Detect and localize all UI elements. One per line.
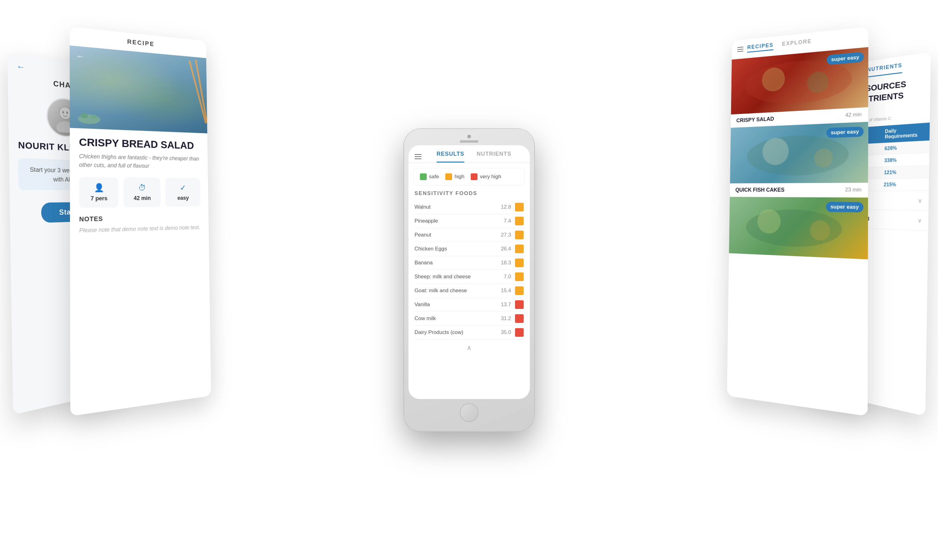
persons-icon: 👤 xyxy=(94,183,104,193)
food-value: 31.2 xyxy=(496,315,511,322)
food-bar xyxy=(515,258,524,267)
food-row-banana: Banana 18.3 xyxy=(415,256,524,270)
food-bar xyxy=(515,328,524,337)
food-row-peanut: Peanut 27.3 xyxy=(415,228,524,242)
recipe-description: Chicken thighs are fantastic - they're c… xyxy=(79,152,200,171)
tab-explore[interactable]: EXPLORE xyxy=(782,38,812,49)
food-name: Chicken Eggs xyxy=(415,246,496,252)
food-name: Dairy Products (cow) xyxy=(415,329,496,335)
food-row-cowmilk: Cow milk 31.2 xyxy=(415,312,524,326)
recipe-badge-2: super easy xyxy=(827,127,864,138)
food-value: 12.8 xyxy=(496,204,511,210)
food-name: Banana xyxy=(415,260,496,266)
sensitivity-title: SENSITIVITY FOODS xyxy=(415,191,524,197)
food-bar xyxy=(515,314,524,323)
food-bar xyxy=(515,217,524,225)
food-row-vanilla: Vanilla 13.7 xyxy=(415,298,524,312)
recipe-name-1: CRISPY SALAD xyxy=(736,116,774,124)
legend: safe high very high xyxy=(413,168,525,185)
recipe-back-button[interactable]: ← xyxy=(76,51,85,62)
center-phone: RESULTS NUTRIENTS safe high xyxy=(404,129,534,431)
persons-value: 7 pers xyxy=(91,195,108,202)
tab-recipes[interactable]: RECIPES xyxy=(747,42,773,52)
food-bar xyxy=(515,286,524,295)
food-name: Vanilla xyxy=(415,302,496,308)
high-label: high xyxy=(454,174,465,180)
food-value: 27.3 xyxy=(496,232,511,238)
phone-notch xyxy=(408,135,530,143)
recipe-stat-persons: 👤 7 pers xyxy=(79,177,119,208)
pct-blackcurrant: 338% xyxy=(884,156,925,163)
food-row-sheep: Sheep: milk and cheese 7.0 xyxy=(415,270,524,284)
food-bar xyxy=(515,272,524,281)
high-dot xyxy=(445,173,452,180)
chat-back-button[interactable]: ← xyxy=(8,53,34,73)
food-name: Goat: milk and cheese xyxy=(415,288,496,294)
explore-recipe-1[interactable]: super easy CRISPY SALAD 42 min xyxy=(731,47,868,128)
safe-dot xyxy=(420,173,427,180)
recipe-card: RECIPE ← CRISPY BREAD SALAD Chicken thig… xyxy=(70,27,211,416)
food-value: 35.0 xyxy=(496,329,511,335)
pct-kiwi: 215% xyxy=(884,182,924,187)
recipe-time-2: 23 min xyxy=(845,187,861,194)
notes-label: NOTES xyxy=(79,214,201,223)
phone-speaker xyxy=(460,140,479,143)
screen-header: RESULTS NUTRIENTS xyxy=(408,145,530,163)
recipe-stat-time: ⏱ 42 min xyxy=(123,177,161,208)
safe-label: safe xyxy=(429,174,439,180)
food-value: 18.3 xyxy=(496,260,511,266)
recipe-time-1: 42 min xyxy=(846,111,862,119)
scene: ← CHAT NOURIT KLEPAR, RD Start your 3 we… xyxy=(0,0,938,560)
pct-redpepper: 121% xyxy=(884,169,925,175)
tab-results[interactable]: RESULTS xyxy=(437,151,465,163)
svg-point-11 xyxy=(747,134,849,176)
explore-body: super easy CRISPY SALAD 42 min xyxy=(727,47,868,416)
col-daily: Daily Requirements xyxy=(885,126,925,140)
food-name: Pineapple xyxy=(415,218,496,224)
tab-nutrients[interactable]: NUTRIENTS xyxy=(477,151,511,163)
phone-camera xyxy=(467,135,471,138)
pct-guava: 628% xyxy=(884,144,925,151)
time-icon: ⏱ xyxy=(138,183,146,192)
very-high-label: very high xyxy=(480,174,501,180)
recipe-image-3: super easy xyxy=(729,197,868,259)
food-value: 7.0 xyxy=(496,274,511,280)
explore-card: RECIPES EXPLORE super easy xyxy=(727,27,868,416)
very-high-dot xyxy=(471,173,477,180)
vitamin-a-chevron[interactable]: ∨ xyxy=(918,197,922,204)
time-value: 42 min xyxy=(134,195,151,202)
legend-safe: safe xyxy=(420,173,439,180)
sensitivity-section: SENSITIVITY FOODS Walnut 12.8 Pineapple … xyxy=(408,191,530,356)
food-bar xyxy=(515,300,524,309)
phone-screen: RESULTS NUTRIENTS safe high xyxy=(408,145,530,399)
recipe-name-2: QUICK FISH CAKES xyxy=(735,187,785,193)
collapse-button[interactable]: ∧ xyxy=(415,340,524,356)
food-value: 15.4 xyxy=(496,288,511,294)
screen-tabs: RESULTS NUTRIENTS xyxy=(425,151,524,163)
explore-recipe-3[interactable]: super easy xyxy=(729,197,868,259)
food-name: Walnut xyxy=(415,204,496,210)
home-button[interactable] xyxy=(460,403,479,422)
notes-text: Please note that demo note text is demo … xyxy=(79,223,201,235)
recipe-stat-difficulty: ✓ easy xyxy=(165,178,201,207)
legend-very-high: very high xyxy=(471,173,501,180)
food-bar xyxy=(515,245,524,253)
explore-hamburger[interactable] xyxy=(737,47,744,52)
food-bar xyxy=(515,203,524,211)
food-bar xyxy=(515,231,524,239)
recipe-footer-2: QUICK FISH CAKES 23 min xyxy=(730,183,868,197)
recipe-title: CRISPY BREAD SALAD xyxy=(79,136,200,152)
food-name: Cow milk xyxy=(415,315,496,322)
vitamin-omega-chevron[interactable]: ∨ xyxy=(918,217,922,224)
food-value: 26.4 xyxy=(496,246,511,252)
food-name: Peanut xyxy=(415,232,496,238)
food-row-eggs: Chicken Eggs 26.4 xyxy=(415,242,524,256)
food-row-pineapple: Pineapple 7.4 xyxy=(415,214,524,228)
food-row-dairy: Dairy Products (cow) 35.0 xyxy=(415,326,524,340)
hamburger-menu[interactable] xyxy=(415,154,422,159)
recipe-image: ← xyxy=(70,46,207,134)
food-row-goat: Goat: milk and cheese 15.4 xyxy=(415,284,524,298)
explore-recipe-2[interactable]: super easy QUICK FISH CAKES 23 min xyxy=(730,122,868,198)
food-value: 13.7 xyxy=(496,302,511,308)
food-row-walnut: Walnut 12.8 xyxy=(415,200,524,214)
